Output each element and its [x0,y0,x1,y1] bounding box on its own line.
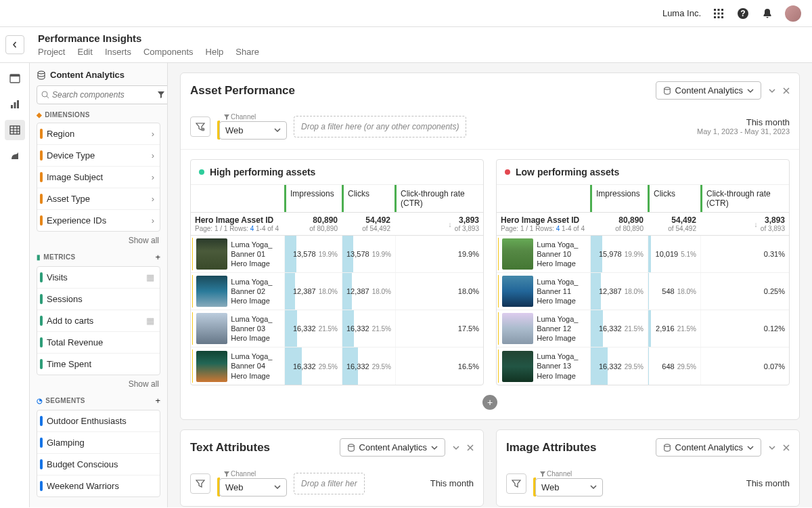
table-row[interactable]: Luma Yoga_ Banner 10 Hero Image15,97819.… [497,236,789,273]
datasource-label[interactable]: Content Analytics [37,70,160,80]
svg-rect-6 [714,16,716,18]
list-item[interactable]: Device Type› [37,144,160,166]
svg-point-28 [202,127,205,131]
menu-project[interactable]: Project [38,47,65,57]
search-input[interactable] [37,85,168,104]
add-segment-icon[interactable]: + [155,396,160,406]
filter-button[interactable] [190,117,210,137]
avatar[interactable] [785,5,801,22]
filter-dropzone[interactable]: Drop a filter her [294,473,365,494]
show-all-metrics[interactable]: Show all [38,379,159,389]
panel-title: Text Attributes [190,441,270,454]
filter-button[interactable] [506,473,526,494]
channel-select[interactable]: Web [535,478,603,496]
table-row[interactable]: Luma Yoga_ Banner 12 Hero Image16,33221.… [497,310,789,347]
close-icon[interactable] [783,87,790,94]
svg-rect-3 [714,12,716,14]
table-row[interactable]: Luma Yoga_ Banner 11 Hero Image12,38718.… [497,273,789,310]
list-item[interactable]: Image Subject› [37,166,160,188]
filter-icon[interactable] [157,91,165,99]
svg-point-29 [348,444,354,446]
list-item[interactable]: Region› [37,123,160,144]
rail-panel-icon[interactable] [5,68,25,89]
date-range[interactable]: This month [746,478,790,488]
channel-select[interactable]: Web [219,478,287,496]
menu-inserts[interactable]: Inserts [105,47,131,57]
page-title: Performance Insights [38,33,259,44]
asset-thumbnail [196,313,227,344]
filter-dropzone[interactable]: Drop a filter here (or any other compone… [294,116,466,137]
svg-point-21 [38,71,45,74]
list-item[interactable]: Add to carts▦ [37,310,160,331]
close-icon[interactable] [783,444,790,451]
svg-rect-7 [718,16,720,18]
high-performing-table: High performing assetsImpressionsClicksC… [190,159,484,385]
date-range[interactable]: This month [430,478,474,488]
segments-header: ◔SEGMENTS [37,397,85,404]
svg-line-23 [47,96,49,98]
help-icon[interactable]: ? [736,7,750,20]
menu-bar: Project Edit Inserts Components Help Sha… [38,47,259,57]
filter-button[interactable] [190,473,210,494]
asset-thumbnail [196,238,227,270]
search-field[interactable] [52,90,154,100]
table-row[interactable]: Luma Yoga_ Banner 04 Hero Image16,33229.… [191,347,483,385]
date-range[interactable]: This month May 1, 2023 - May 31, 2023 [697,117,790,135]
svg-rect-16 [10,126,20,134]
asset-thumbnail [502,351,533,382]
datasource-dropdown[interactable]: Content Analytics [340,438,445,457]
table-row[interactable]: Luma Yoga_ Banner 01 Hero Image13,57819.… [191,236,483,273]
add-visualization-button[interactable]: + [482,395,497,410]
rail-chart-icon[interactable] [5,94,25,114]
list-item[interactable]: Outdoor Enthusiasts [37,410,160,431]
svg-rect-15 [17,100,19,108]
asset-thumbnail [502,238,533,270]
list-item[interactable]: Total Revenue [37,331,160,353]
table-row[interactable]: Luma Yoga_ Banner 03 Hero Image16,33221.… [191,310,483,347]
rail-curate-icon[interactable] [5,146,25,166]
channel-select[interactable]: Web [219,121,287,140]
collapse-icon[interactable] [768,87,776,94]
datasource-dropdown[interactable]: Content Analytics [656,438,761,457]
collapse-icon[interactable] [768,444,776,451]
menu-components[interactable]: Components [143,47,194,57]
show-all-dimensions[interactable]: Show all [38,236,159,245]
channel-label: Channel [224,113,287,121]
list-item[interactable]: Experience IDs› [37,209,160,231]
datasource-dropdown[interactable]: Content Analytics [656,81,761,100]
chevron-right-icon: › [152,215,154,226]
low-performing-table: Low performing assetsImpressionsClicksCl… [496,159,790,385]
svg-point-22 [42,91,47,97]
close-icon[interactable] [467,444,474,451]
left-rail [0,63,30,507]
list-item[interactable]: Asset Type› [37,188,160,209]
svg-rect-5 [721,12,723,14]
list-item[interactable]: Weekend Warriors [37,475,160,496]
collapse-icon[interactable] [452,444,460,451]
add-metric-icon[interactable]: + [155,252,160,262]
bell-icon[interactable] [761,7,774,20]
menu-edit[interactable]: Edit [77,47,92,57]
asset-performance-panel: Asset Performance Content Analytics Chan… [180,72,800,420]
table-row[interactable]: Luma Yoga_ Banner 13 Hero Image16,33229.… [497,347,789,385]
org-name: Luma Inc. [662,8,701,18]
list-item[interactable]: Glamping [37,431,160,453]
chevron-right-icon: › [152,172,154,182]
list-item[interactable]: Time Spent [37,353,160,375]
menu-help[interactable]: Help [206,47,224,57]
back-button[interactable] [5,35,24,54]
dimensions-header: ◆DIMENSIONS [37,111,90,119]
svg-text:?: ? [740,9,745,18]
table-row[interactable]: Luma Yoga_ Banner 02 Hero Image12,38718.… [191,273,483,310]
list-item[interactable]: Budget Conscious [37,453,160,475]
list-item[interactable]: Visits▦ [37,267,160,288]
svg-rect-1 [718,9,720,11]
asset-thumbnail [196,351,227,382]
rail-table-icon[interactable] [5,120,25,140]
list-item[interactable]: Sessions [37,288,160,310]
panel-title: Image Attributes [506,441,597,454]
chevron-right-icon: › [152,129,154,139]
panel-title: Asset Performance [190,84,295,98]
apps-icon[interactable] [712,7,725,20]
menu-share[interactable]: Share [235,47,259,57]
